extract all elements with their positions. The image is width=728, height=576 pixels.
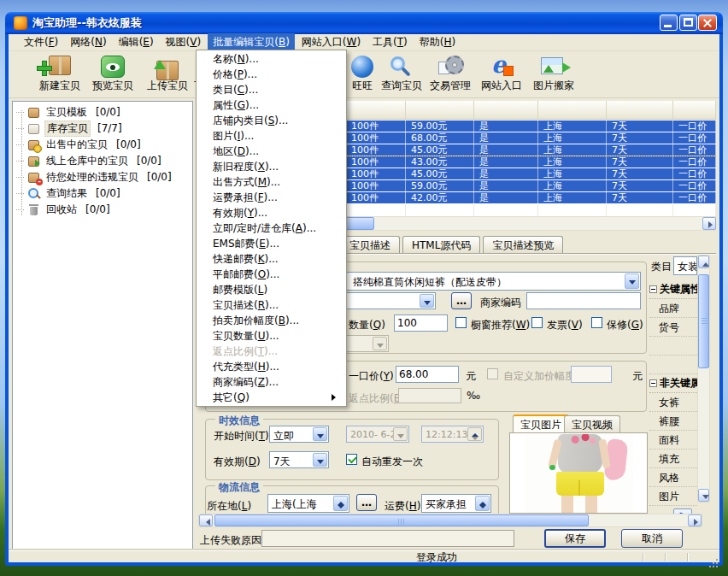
minimize-button[interactable]: [660, 15, 678, 31]
menu-bar-item[interactable]: 视图(V): [161, 33, 207, 51]
close-button[interactable]: [698, 15, 717, 31]
table-column-header[interactable]: [538, 101, 607, 119]
dropdown-menu-item[interactable]: 出售方式(M)...: [197, 174, 346, 190]
invoice-checkbox[interactable]: [531, 317, 543, 328]
dropdown-menu-item[interactable]: 图片(I)...: [197, 128, 346, 144]
dropdown-menu-item[interactable]: 快递邮费(K)...: [197, 251, 346, 267]
attribute-row[interactable]: 图片: [649, 487, 697, 506]
location-browse-button[interactable]: …: [356, 494, 377, 511]
table-column-header[interactable]: [406, 101, 474, 119]
scroll-up-button[interactable]: [698, 256, 709, 268]
collapse-icon[interactable]: [649, 285, 657, 293]
attribute-row[interactable]: 填充: [649, 450, 697, 468]
dropdown-menu-item[interactable]: 地区(D)...: [197, 144, 346, 159]
maximize-button[interactable]: [679, 15, 697, 31]
sidebar-tree-item[interactable]: 出售中的宝贝 [0/0]: [16, 137, 191, 152]
spinner-arrows-icon[interactable]: [333, 496, 348, 511]
chevron-down-icon[interactable]: [625, 273, 639, 289]
dropdown-menu-item[interactable]: 运费承担(F)...: [197, 190, 346, 205]
cancel-button[interactable]: 取消: [621, 529, 683, 548]
start-time-combobox[interactable]: 立即: [269, 426, 329, 443]
warranty-checkbox[interactable]: [591, 317, 602, 328]
dropdown-menu-item[interactable]: 代充类型(H)...: [197, 359, 346, 374]
form-h-scrollbar[interactable]: [198, 514, 702, 527]
scroll-down-button[interactable]: [698, 489, 709, 502]
chevron-down-icon[interactable]: [313, 453, 327, 467]
auto-relist-checkbox[interactable]: [346, 454, 357, 465]
sidebar-tree-item[interactable]: 回收站 [0/0]: [16, 202, 191, 217]
sidebar-tree-item[interactable]: 待您处理的违规宝贝 [0/0]: [16, 169, 191, 185]
description-tab[interactable]: 宝贝描述预览: [483, 236, 563, 254]
freight-combobox[interactable]: 买家承担: [421, 494, 491, 513]
dropdown-menu-item[interactable]: 其它(Q): [197, 390, 346, 405]
scroll-right-button[interactable]: [702, 217, 716, 230]
dropdown-menu-item[interactable]: 宝贝数量(U)...: [197, 328, 346, 344]
dropdown-menu-item[interactable]: 属性(G)...: [197, 97, 346, 113]
attribute-row[interactable]: 品牌: [649, 299, 697, 318]
nonkey-attributes-header[interactable]: 非关键属性: [649, 374, 697, 393]
dropdown-menu-item[interactable]: 名称(N)...: [197, 51, 346, 67]
dropdown-menu-item[interactable]: 新旧程度(X)...: [197, 159, 346, 174]
table-column-header[interactable]: [474, 101, 538, 119]
form-v-scrollbar[interactable]: [697, 255, 710, 503]
save-button[interactable]: 保存: [544, 529, 606, 548]
custom-increment-checkbox[interactable]: [487, 368, 498, 379]
dropdown-menu-item[interactable]: 拍卖加价幅度(B)...: [197, 313, 346, 328]
menu-bar-item[interactable]: 编辑(E): [114, 33, 159, 51]
location-combobox[interactable]: 上海(上海: [267, 494, 349, 513]
description-tab[interactable]: HTML源代码: [402, 236, 480, 254]
dropdown-menu-item[interactable]: EMS邮费(E)...: [197, 236, 346, 251]
description-tab[interactable]: 宝贝描述: [340, 236, 400, 254]
window-recommend-checkbox[interactable]: [455, 317, 467, 328]
table-column-header[interactable]: [607, 101, 673, 119]
table-column-header[interactable]: [346, 101, 406, 119]
sidebar-tree-item[interactable]: 查询结果 [0/0]: [16, 185, 191, 201]
chev on-down-icon[interactable]: [313, 427, 327, 441]
menu-bar-item[interactable]: 帮助(H): [414, 33, 461, 51]
quantity-input[interactable]: [394, 314, 448, 332]
dropdown-menu-item[interactable]: 商家编码(Z)...: [197, 374, 346, 390]
image-tab[interactable]: 宝贝图片: [513, 414, 569, 432]
fixed-price-input[interactable]: [396, 366, 459, 383]
menu-bar-item[interactable]: 批量编辑宝贝(B): [208, 33, 295, 51]
collapse-icon[interactable]: [649, 379, 657, 387]
scroll-left-button[interactable]: [199, 514, 213, 526]
trade-manage-button[interactable]: 交易管理: [421, 54, 479, 96]
new-item-button[interactable]: 新建宝贝: [31, 54, 89, 96]
image-mover-button[interactable]: 图片搬家: [525, 54, 583, 96]
form-v-scroll-thumb[interactable]: [698, 274, 709, 368]
key-attributes-header[interactable]: 关键属性: [649, 280, 697, 299]
dropdown-menu-item[interactable]: 宝贝描述(R)...: [197, 297, 346, 313]
attribute-row[interactable]: 风格: [649, 468, 697, 487]
merchant-code-input[interactable]: [526, 292, 641, 309]
attribute-row[interactable]: 面料: [649, 431, 697, 450]
image-tab[interactable]: 宝贝视频: [564, 415, 620, 432]
scroll-right-button[interactable]: [688, 514, 702, 526]
sidebar-tree-item[interactable]: 库存宝贝 [7/7]: [16, 120, 191, 136]
sidebar-tree-item[interactable]: 宝贝模板 [0/0]: [16, 104, 191, 120]
dropdown-menu-item[interactable]: 类目(C)...: [197, 82, 346, 97]
dropdown-menu-item[interactable]: 邮费模版(L): [197, 282, 346, 297]
preview-item-button[interactable]: 预览宝贝: [84, 54, 142, 96]
dropdown-menu-item[interactable]: 平邮邮费(O)...: [197, 267, 346, 282]
validity-combobox[interactable]: 7天: [269, 451, 329, 468]
dropdown-menu-item[interactable]: 返点比例(T)...: [197, 344, 346, 359]
fail-reason-input[interactable]: [261, 530, 514, 547]
title-bar[interactable]: 淘宝助理--韩衣炫服装: [5, 12, 723, 34]
table-column-header[interactable]: [673, 101, 716, 119]
attribute-row[interactable]: 货号: [649, 318, 697, 337]
menu-bar-item[interactable]: 工具(T): [367, 33, 413, 51]
attribute-row[interactable]: 裤腰: [649, 412, 697, 431]
sidebar-tree-item[interactable]: 线上仓库中的宝贝 [0/0]: [16, 153, 191, 168]
dropdown-menu-item[interactable]: 立即/定时/进仓库(A)...: [197, 220, 346, 236]
dropdown-menu-item[interactable]: 有效期(Y)...: [197, 205, 346, 220]
dropdown-menu-item[interactable]: 价格(P)...: [197, 67, 346, 82]
menu-bar-item[interactable]: 文件(F): [19, 33, 63, 51]
chevron-down-icon[interactable]: [420, 294, 434, 308]
browse-button[interactable]: …: [451, 292, 472, 309]
attribute-row[interactable]: 女裤: [649, 393, 697, 412]
form-h-scroll-thumb[interactable]: [214, 514, 589, 526]
dropdown-menu-item[interactable]: 店铺内类目(S)...: [197, 113, 346, 128]
menu-bar-item[interactable]: 网站入口(W): [296, 33, 366, 51]
website-entry-button[interactable]: e 网站入口: [473, 54, 531, 96]
